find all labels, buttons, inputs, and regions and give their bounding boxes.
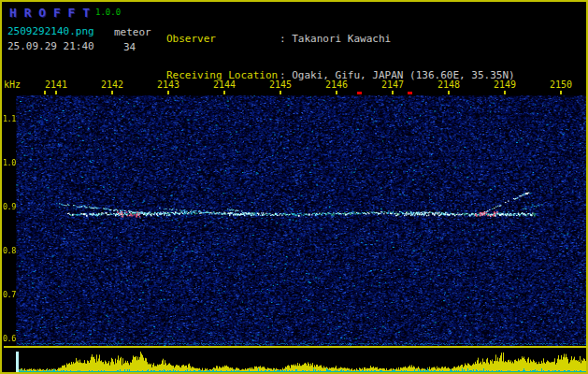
meteor-count: 34 [123, 41, 136, 53]
y-tick-label: 0.7 [3, 290, 16, 299]
x-tick-label: 2146 [316, 79, 357, 90]
output-filename: 2509292140.png [7, 25, 94, 37]
info-label: Observer [166, 33, 280, 45]
x-tick-label: 2142 [92, 79, 133, 90]
y-tick-label: 0.8 [3, 246, 16, 255]
y-tick-label: 1.1 [3, 114, 16, 123]
x-tick-label: 2143 [148, 79, 189, 90]
x-tick-label: 2145 [260, 79, 301, 90]
app-version: 1.0.0 [95, 7, 121, 17]
hrofft-window: H R O F F T 1.0.0 2509292140.png meteor … [0, 0, 588, 374]
mode-label: meteor [114, 26, 151, 38]
timestamp: 25.09.29 21:40 [7, 40, 94, 52]
y-tick-label: 1.0 [3, 158, 16, 167]
y-tick-label: 0.6 [3, 334, 16, 343]
separator-line [4, 346, 588, 348]
x-tick-label: 2148 [428, 79, 469, 90]
spectrogram-canvas [16, 95, 588, 346]
x-tick-label: 2141 [36, 79, 77, 90]
x-tick-label: 2150 [540, 79, 581, 90]
event-marker [408, 92, 412, 94]
app-title: H R O F F T [9, 6, 90, 20]
signal-strip-canvas [16, 349, 588, 372]
y-tick-label: 0.9 [3, 202, 16, 211]
info-row-observer: Observer: Takanori Kawachi [166, 33, 515, 45]
x-axis-ticks [16, 91, 588, 94]
x-tick-label: 2149 [484, 79, 525, 90]
y-axis-unit: kHz [4, 79, 21, 90]
x-tick-label: 2144 [204, 79, 245, 90]
x-tick-label: 2147 [372, 79, 413, 90]
info-value: : Takanori Kawachi [280, 33, 391, 45]
event-marker [357, 92, 362, 94]
